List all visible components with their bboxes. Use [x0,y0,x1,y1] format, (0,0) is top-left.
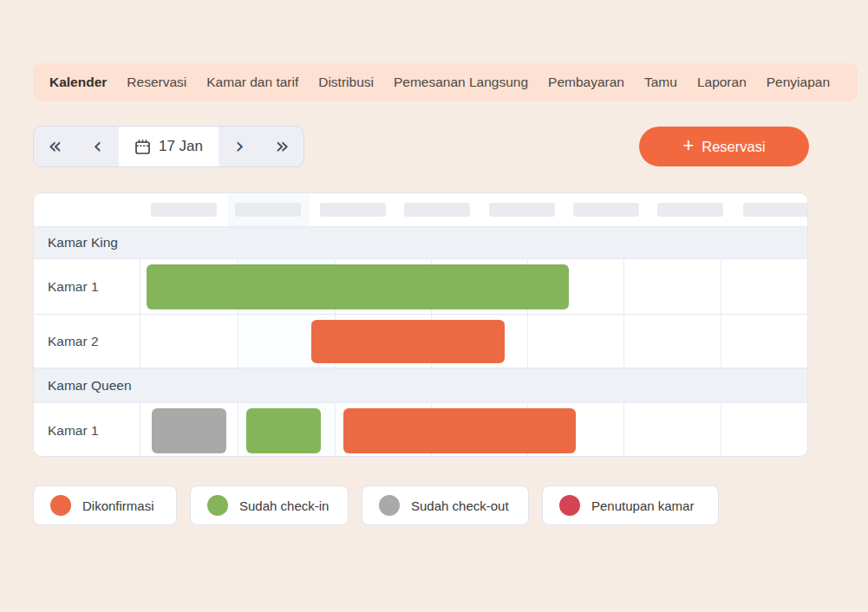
legend-color-dot [207,495,228,516]
prev-day-button[interactable]: ‹ [76,127,119,166]
day-gridline [623,403,624,457]
nav-tab-tamu[interactable]: Tamu [644,63,677,101]
room-name: Kamar 1 [48,279,99,295]
grid-header-row [34,193,807,226]
nav-tab-kalender[interactable]: Kalender [49,63,107,101]
room-type-label: Kamar King [48,235,118,251]
date-navigator: « ‹ 17 Jan › » [33,126,304,167]
legend-item-room-closure: Penutupan kamar [542,485,719,525]
legend-label: Sudah check-out [411,498,509,513]
next-day-button[interactable]: › [219,127,261,166]
legend-item-checked-in: Sudah check-in [190,485,349,525]
date-display[interactable]: 17 Jan [119,127,219,166]
room-label-cell: Kamar 1 [34,259,140,314]
nav-tab-penyiapan[interactable]: Penyiapan [767,63,830,101]
room-type-label: Kamar Queen [48,378,132,394]
nav-tab-kamar-dan-tarif[interactable]: Kamar dan tarif [206,63,298,101]
day-gridline [238,315,238,368]
nav-tab-reservasi[interactable]: Reservasi [127,63,186,101]
date-header-skeleton [573,203,639,217]
day-gridline [721,259,721,314]
main-nav: KalenderReservasiKamar dan tarifDistribu… [33,63,858,101]
legend-label: Penutupan kamar [591,498,694,513]
calendar-icon [134,139,151,155]
day-gridline [623,315,624,368]
nav-tab-distribusi[interactable]: Distribusi [318,63,374,101]
room-name: Kamar 1 [48,423,99,439]
room-row: Kamar 1 [34,402,807,457]
reservation-bar-checked-in[interactable] [246,408,321,453]
legend-color-dot [50,495,71,516]
date-header-skeleton [489,203,555,217]
grid-rows: Kamar KingKamar 1Kamar 2Kamar QueenKamar… [34,226,807,457]
nav-tab-laporan[interactable]: Laporan [697,63,747,101]
reservation-bar-confirmed[interactable] [311,320,505,363]
jump-prev-button[interactable]: « [34,127,76,166]
room-label-cell: Kamar 1 [34,403,140,457]
date-header-skeleton [404,203,470,217]
day-gridline [527,315,528,368]
room-type-section-row: Kamar King [34,226,807,258]
nav-tab-pembayaran[interactable]: Pembayaran [548,63,624,101]
reservation-bar-confirmed[interactable] [343,408,576,453]
date-header-skeleton [743,203,808,217]
date-header-skeleton [235,203,301,217]
legend-color-dot [379,495,400,516]
day-gridline [721,315,721,368]
add-reservation-button[interactable]: + Reservasi [639,127,809,166]
current-date-label: 17 Jan [159,138,203,155]
day-gridline [238,403,238,457]
room-type-section-row: Kamar Queen [34,368,807,402]
legend-item-confirmed: Dikonfirmasi [33,485,177,525]
room-row: Kamar 2 [34,314,807,368]
day-gridline [623,259,624,314]
legend-label: Dikonfirmasi [82,498,154,513]
calendar-card: Kamar KingKamar 1Kamar 2Kamar QueenKamar… [33,192,808,457]
date-header-skeleton [151,203,217,217]
day-gridline [721,403,721,457]
room-label-cell: Kamar 2 [34,315,140,368]
legend-item-checked-out: Sudah check-out [362,485,529,525]
plus-icon: + [682,136,694,157]
date-header-skeleton [320,203,386,217]
jump-next-button[interactable]: » [261,127,303,166]
reservation-bar-checked-out[interactable] [152,408,226,453]
room-name: Kamar 2 [48,334,99,349]
date-header-skeleton [657,203,723,217]
nav-tab-pemesanan-langsung[interactable]: Pemesanan Langsung [394,63,528,101]
legend-color-dot [559,495,580,516]
day-gridline [335,403,336,457]
reservation-bar-checked-in[interactable] [147,264,569,309]
legend-label: Sudah check-in [239,498,329,513]
page: KalenderReservasiKamar dan tarifDistribu… [0,0,868,612]
add-reservation-label: Reservasi [702,139,765,155]
room-row: Kamar 1 [34,258,807,314]
